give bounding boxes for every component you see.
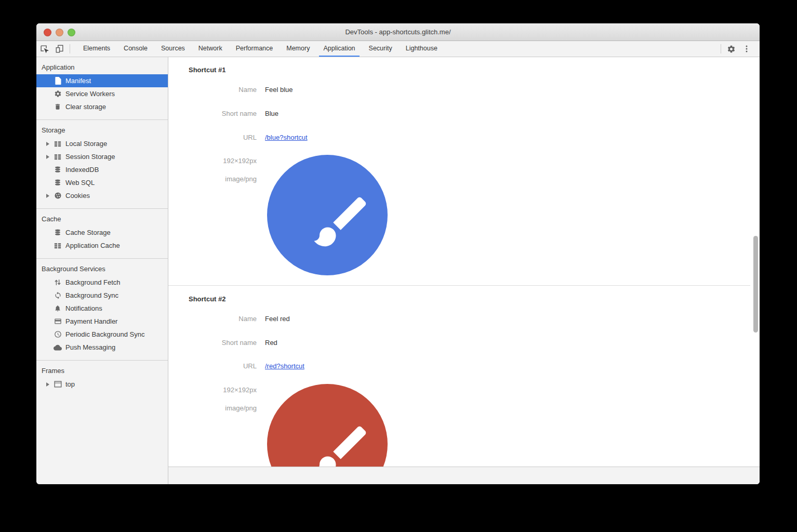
sidebar-item-background-fetch[interactable]: Background Fetch xyxy=(36,276,168,289)
sidebar-item-label: Manifest xyxy=(65,77,91,85)
sidebar-item-label: Background Fetch xyxy=(65,278,121,286)
sidebar-item-label: Application Cache xyxy=(65,242,120,249)
sidebar-item-background-sync[interactable]: Background Sync xyxy=(36,289,168,302)
expand-triangle-icon[interactable] xyxy=(46,137,54,150)
shortcut2-url-link[interactable]: /red?shortcut xyxy=(265,362,304,370)
sidebar-item-label: Local Storage xyxy=(65,140,107,148)
shortcut1-mime: image/png xyxy=(168,175,257,183)
table-icon xyxy=(54,242,62,250)
vertical-scrollbar[interactable] xyxy=(753,236,758,332)
sidebar-item-application-cache[interactable]: Application Cache xyxy=(36,239,168,252)
bell-icon xyxy=(54,304,62,313)
name-label: Name xyxy=(168,315,257,323)
tab-memory[interactable]: Memory xyxy=(280,41,316,57)
zoom-button[interactable] xyxy=(68,29,75,36)
sidebar-item-indexeddb[interactable]: IndexedDB xyxy=(36,163,168,176)
inspect-element-icon[interactable] xyxy=(36,41,52,57)
shortcut1-dimensions: 192×192px xyxy=(168,157,257,165)
panel-tabs: Elements Console Sources Network Perform… xyxy=(76,41,444,57)
tab-application[interactable]: Application xyxy=(316,41,362,57)
title-bar: DevTools - app-shortcuts.glitch.me/ xyxy=(36,23,760,41)
bottom-status-bar xyxy=(168,467,760,484)
sidebar-item-service-workers[interactable]: Service Workers xyxy=(36,87,168,100)
section-divider xyxy=(168,285,750,286)
close-button[interactable] xyxy=(44,29,51,36)
window-title: DevTools - app-shortcuts.glitch.me/ xyxy=(345,28,450,36)
devtools-window: DevTools - app-shortcuts.glitch.me/ Elem… xyxy=(36,23,760,484)
sidebar-item-payment-handler[interactable]: Payment Handler xyxy=(36,315,168,328)
shortcut1-url-value: /blue?shortcut xyxy=(265,134,308,141)
sidebar-section-storage: Storage Local Storage Session Storage xyxy=(36,120,168,209)
name-label: Name xyxy=(168,86,257,94)
short-name-label: Short name xyxy=(168,110,257,117)
sidebar-item-push-messaging[interactable]: Push Messaging xyxy=(36,341,168,354)
shortcut2-name-value: Feel red xyxy=(265,315,290,323)
sidebar-section-cache: Cache Cache Storage Application Cache xyxy=(36,209,168,259)
sidebar-item-cookies[interactable]: Cookies xyxy=(36,189,168,202)
tab-sources[interactable]: Sources xyxy=(154,41,192,57)
shortcut1-short-name-value: Blue xyxy=(265,110,278,117)
paint-brush-icon xyxy=(309,418,374,467)
section-header: Storage xyxy=(36,120,168,137)
application-sidebar: Application Manifest Service Workers xyxy=(36,57,168,484)
url-label: URL xyxy=(168,362,257,370)
expand-triangle-icon[interactable] xyxy=(46,378,54,391)
gear-icon xyxy=(54,90,62,98)
sidebar-item-session-storage[interactable]: Session Storage xyxy=(36,150,168,163)
sidebar-item-label: Cache Storage xyxy=(65,229,111,236)
trash-icon xyxy=(54,103,62,111)
shortcut2-short-name-value: Red xyxy=(265,339,277,347)
sidebar-item-label: Clear storage xyxy=(65,103,106,111)
traffic-lights xyxy=(44,29,75,36)
shortcut2-url-value: /red?shortcut xyxy=(265,362,304,370)
sidebar-item-label: Notifications xyxy=(65,304,102,312)
sidebar-item-label: top xyxy=(65,380,75,388)
sidebar-item-notifications[interactable]: Notifications xyxy=(36,302,168,315)
shortcut1-icon-preview xyxy=(267,155,388,275)
minimize-button[interactable] xyxy=(56,29,63,36)
tab-lighthouse[interactable]: Lighthouse xyxy=(399,41,444,57)
expand-triangle-icon[interactable] xyxy=(46,189,54,202)
device-toolbar-icon[interactable] xyxy=(52,41,68,57)
sidebar-item-label: Cookies xyxy=(65,192,90,200)
sync-icon xyxy=(54,291,62,300)
tab-network[interactable]: Network xyxy=(192,41,229,57)
shortcut2-icon-preview xyxy=(267,384,388,467)
settings-gear-icon[interactable] xyxy=(723,41,739,57)
clock-icon xyxy=(54,330,62,339)
sidebar-item-label: IndexedDB xyxy=(65,166,99,174)
section-header: Cache xyxy=(36,209,168,226)
url-label: URL xyxy=(168,134,257,141)
expand-triangle-icon[interactable] xyxy=(46,150,54,163)
tab-elements[interactable]: Elements xyxy=(76,41,117,57)
toolbar-divider xyxy=(70,44,70,54)
tab-console[interactable]: Console xyxy=(117,41,154,57)
section-header: Background Services xyxy=(36,259,168,276)
manifest-panel: Shortcut #1 Name Feel blue Short name Bl… xyxy=(168,57,760,484)
sidebar-item-label: Service Workers xyxy=(65,90,115,98)
credit-card-icon xyxy=(54,317,62,326)
database-icon xyxy=(54,229,62,237)
sidebar-item-label: Payment Handler xyxy=(65,317,117,325)
sidebar-section-background-services: Background Services Background Fetch Bac… xyxy=(36,259,168,361)
table-icon xyxy=(54,153,62,161)
shortcut1-title: Shortcut #1 xyxy=(189,66,226,74)
shortcut2-title: Shortcut #2 xyxy=(189,295,226,303)
sidebar-item-web-sql[interactable]: Web SQL xyxy=(36,176,168,189)
tab-performance[interactable]: Performance xyxy=(229,41,280,57)
sidebar-item-periodic-background-sync[interactable]: Periodic Background Sync xyxy=(36,328,168,341)
section-header: Frames xyxy=(36,361,168,378)
shortcut2-dimensions: 192×192px xyxy=(168,386,257,394)
more-options-icon[interactable] xyxy=(739,41,754,57)
sidebar-item-top-frame[interactable]: top xyxy=(36,378,168,391)
sidebar-item-manifest[interactable]: Manifest xyxy=(36,74,168,87)
database-icon xyxy=(54,179,62,187)
sidebar-item-local-storage[interactable]: Local Storage xyxy=(36,137,168,150)
sidebar-item-clear-storage[interactable]: Clear storage xyxy=(36,100,168,113)
database-icon xyxy=(54,166,62,174)
sidebar-item-cache-storage[interactable]: Cache Storage xyxy=(36,226,168,239)
tab-security[interactable]: Security xyxy=(362,41,399,57)
sidebar-item-label: Periodic Background Sync xyxy=(65,330,144,338)
shortcut1-url-link[interactable]: /blue?shortcut xyxy=(265,134,308,141)
cloud-icon xyxy=(54,343,62,352)
